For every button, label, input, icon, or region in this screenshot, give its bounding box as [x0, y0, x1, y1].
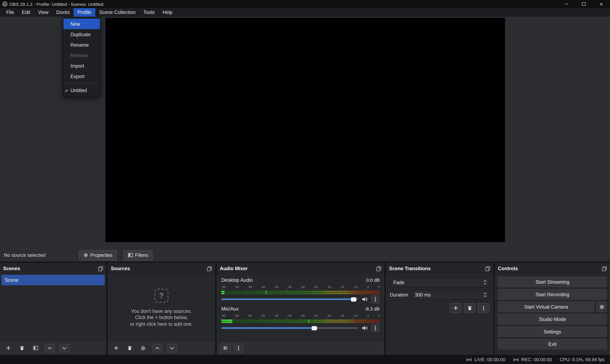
tick-label: -25 — [314, 314, 318, 317]
mute-button[interactable] — [361, 325, 368, 331]
settings-button[interactable]: Settings — [498, 326, 607, 337]
popout-icon[interactable] — [376, 266, 381, 271]
properties-button[interactable]: Properties — [79, 250, 117, 260]
volume-meter — [221, 291, 380, 294]
menu-edit[interactable]: Edit — [18, 8, 34, 17]
add-source-button[interactable] — [112, 344, 120, 352]
channel-options-button[interactable]: ⋮ — [371, 324, 380, 332]
source-properties-button[interactable] — [139, 344, 148, 352]
menu-item-new[interactable]: New — [63, 19, 100, 29]
move-scene-down-button[interactable] — [60, 344, 69, 352]
slider-handle[interactable] — [351, 297, 357, 301]
empty-line: or right click here to add one. — [130, 321, 193, 327]
channel-db-value: 0.0 dB — [366, 277, 380, 283]
cpu-fps-status: CPU: 0.1%, 59.94 fps — [560, 357, 605, 362]
volume-slider[interactable] — [221, 327, 358, 329]
live-status: LIVE: 00:00:00 — [466, 356, 505, 362]
menu-scene-collection[interactable]: Scene Collection — [95, 8, 139, 17]
menu-help[interactable]: Help — [159, 8, 176, 17]
channel-options-button[interactable]: ⋮ — [371, 295, 380, 303]
menu-profile[interactable]: Profile — [74, 8, 95, 17]
filter-icon — [128, 253, 133, 258]
scene-transitions-content: Fade Duration 300 ms — [387, 274, 493, 354]
start-recording-button[interactable]: Start Recording — [498, 289, 607, 300]
menu-view[interactable]: View — [34, 8, 53, 17]
menu-tools[interactable]: Tools — [139, 8, 159, 17]
menu-item-label: Import — [70, 63, 84, 69]
tick-label: -40 — [274, 314, 278, 317]
kebab-icon: ⋮ — [373, 325, 378, 331]
menubar: File Edit View Docks Profile Scene Colle… — [0, 8, 610, 17]
tick-marks — [221, 318, 380, 319]
sources-list[interactable]: ? You don't have any sources. Click the … — [108, 274, 214, 342]
close-button[interactable]: × — [593, 0, 610, 8]
tick-label: 0 — [378, 285, 380, 289]
scene-list-item[interactable]: Scene — [1, 275, 105, 285]
virtual-camera-settings-button[interactable] — [596, 302, 607, 312]
tick-label: -10 — [353, 314, 357, 317]
mixer-options-button[interactable]: ⋮ — [234, 343, 243, 353]
menu-separator — [64, 83, 100, 83]
popout-icon[interactable] — [206, 266, 212, 271]
move-source-up-button[interactable] — [152, 344, 162, 352]
move-source-down-button[interactable] — [167, 344, 177, 352]
properties-label: Properties — [90, 252, 112, 258]
volume-slider[interactable] — [221, 299, 358, 300]
channel-header: Mic/Aux -8.3 dB — [221, 306, 380, 313]
remove-source-button[interactable] — [125, 344, 134, 352]
channel-name: Mic/Aux — [221, 306, 239, 312]
menu-docks[interactable]: Docks — [52, 8, 74, 17]
slider-handle[interactable] — [312, 326, 317, 330]
volume-scale: -60-55-50-45-40-35-30-25-20-15-10-50 — [221, 314, 380, 317]
menu-item-import[interactable]: Import — [63, 61, 100, 71]
filters-label: Filters — [135, 252, 148, 258]
tick-label: -45 — [261, 314, 265, 317]
mixer-channel-desktop-audio: Desktop Audio 0.0 dB -60-55-50-45-40-35-… — [221, 277, 380, 303]
scenes-toolbar — [0, 341, 106, 355]
statusbar: LIVE: 00:00:00 REC: 00:00:00 CPU: 0.1%, … — [0, 355, 610, 364]
menu-item-duplicate[interactable]: Duplicate — [63, 29, 100, 40]
menu-item-export[interactable]: Export — [63, 71, 100, 82]
remove-transition-button[interactable] — [464, 303, 475, 313]
popout-icon[interactable] — [601, 266, 607, 271]
start-streaming-button[interactable]: Start Streaming — [498, 277, 607, 287]
obs-window: OBS 29.1.2 - Profile: Untitled - Scenes:… — [0, 0, 610, 364]
transition-select[interactable]: Fade — [390, 277, 489, 287]
add-scene-button[interactable] — [4, 344, 12, 352]
popout-icon[interactable] — [98, 266, 103, 271]
studio-mode-button[interactable]: Studio Mode — [498, 314, 607, 325]
menu-item-untitled[interactable]: ✔ Untitled — [63, 85, 100, 96]
titlebar: OBS 29.1.2 - Profile: Untitled - Scenes:… — [0, 0, 610, 8]
popout-icon[interactable] — [485, 266, 490, 271]
filters-button[interactable]: Filters — [124, 250, 152, 260]
maximize-button[interactable] — [575, 0, 593, 8]
tick-label: -30 — [300, 285, 305, 289]
advanced-audio-button[interactable] — [220, 343, 231, 353]
menu-item-rename[interactable]: Rename — [63, 40, 100, 50]
combo-arrows-icon — [484, 280, 487, 285]
profile-menu: New Duplicate Rename Remove Import Expor… — [63, 17, 100, 97]
move-scene-up-button[interactable] — [45, 344, 54, 352]
mute-button[interactable] — [361, 296, 368, 302]
preview-canvas[interactable] — [106, 18, 505, 242]
duration-input[interactable]: 300 ms — [411, 290, 489, 299]
slider-fill — [221, 299, 354, 300]
minimize-button[interactable] — [557, 0, 575, 8]
meter-channel-left — [221, 291, 380, 292]
scene-filters-button[interactable] — [31, 344, 40, 352]
exit-button[interactable]: Exit — [498, 339, 607, 349]
menu-item-label: Remove — [70, 53, 89, 58]
sources-title: Sources — [111, 266, 130, 271]
source-toolbar: No source selected Properties Filters — [0, 249, 610, 262]
tick-label: -30 — [300, 314, 305, 317]
start-virtual-camera-button[interactable]: Start Virtual Camera — [498, 302, 595, 312]
remove-scene-button[interactable] — [17, 344, 26, 352]
menu-item-label: Duplicate — [70, 32, 91, 37]
rec-status: REC: 00:00:00 — [513, 356, 552, 362]
maximize-icon — [582, 2, 585, 6]
volume-meter — [221, 320, 380, 323]
add-transition-button[interactable] — [450, 303, 461, 313]
menu-file[interactable]: File — [2, 8, 18, 17]
transition-options-button[interactable]: ⋮ — [478, 303, 489, 313]
tick-label: -55 — [234, 314, 239, 317]
